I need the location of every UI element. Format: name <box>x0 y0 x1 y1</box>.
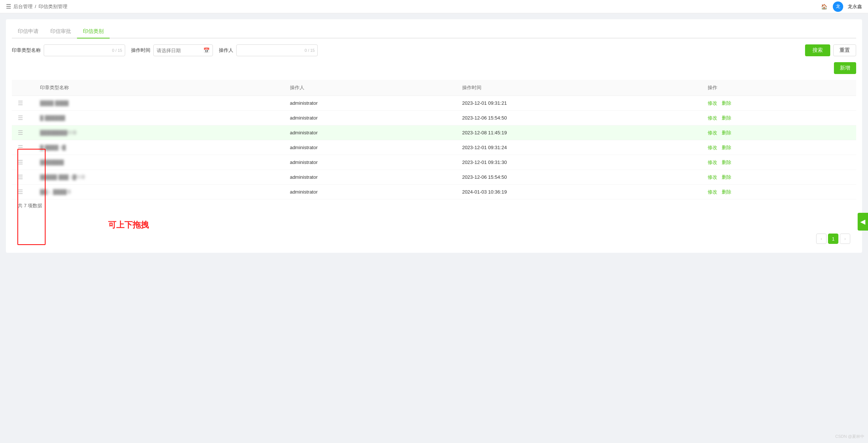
name-char-count: 0 / 15 <box>112 48 122 53</box>
add-btn-row: 新增 <box>12 62 856 77</box>
row-name: █████ ███ 1█印章 <box>34 170 284 185</box>
date-input[interactable] <box>157 48 201 53</box>
drag-handle-cell: ☰ <box>12 125 34 140</box>
edit-button[interactable]: 修改 <box>708 100 717 106</box>
drag-handle-cell: ☰ <box>12 170 34 185</box>
label-type-name: 印章类型名称 <box>12 47 41 54</box>
drag-handle-icon[interactable]: ☰ <box>18 130 23 136</box>
edit-button[interactable]: 修改 <box>708 115 717 121</box>
edit-button[interactable]: 修改 <box>708 145 717 150</box>
table-head: 印章类型名称 操作人 操作时间 操作 <box>12 80 856 96</box>
col-operator: 操作人 <box>284 80 456 96</box>
total-count: 共 7 项数据 <box>18 203 42 208</box>
drag-handle-cell: ☰ <box>12 185 34 199</box>
drag-hint: 可上下拖拽 <box>108 219 856 231</box>
row-actions: 修改删除 <box>702 155 856 170</box>
table-body: ☰████ ████administrator2023-12-01 09:31:… <box>12 96 856 199</box>
table-row: ☰█ ████ 3█administrator2023-12-01 09:31:… <box>12 140 856 155</box>
row-time: 2024-01-03 10:36:19 <box>456 185 702 199</box>
edit-button[interactable]: 修改 <box>708 189 717 195</box>
delete-button[interactable]: 删除 <box>722 100 731 106</box>
page-1-btn[interactable]: 1 <box>828 234 838 244</box>
search-field-time: 操作时间 📅 <box>131 44 213 56</box>
table-footer: 共 7 项数据 <box>12 199 856 212</box>
table-row: ☰█████ ███ 1█印章administrator2023-12-06 1… <box>12 170 856 185</box>
col-time: 操作时间 <box>456 80 702 96</box>
delete-button[interactable]: 删除 <box>722 174 731 180</box>
user-name[interactable]: 龙永鑫 <box>848 3 862 10</box>
delete-button[interactable]: 删除 <box>722 130 731 135</box>
home-icon[interactable]: 🏠 <box>819 2 828 11</box>
data-table: 印章类型名称 操作人 操作时间 操作 ☰████ ████administrat… <box>12 80 856 199</box>
pagination: ‹ 1 › <box>12 231 856 247</box>
tab-yinshen-approve[interactable]: 印信审批 <box>44 25 77 38</box>
calendar-icon: 📅 <box>203 47 210 53</box>
tab-yinshen-category[interactable]: 印信类别 <box>77 25 110 38</box>
row-operator: administrator <box>284 155 456 170</box>
drag-handle-icon[interactable]: ☰ <box>18 115 23 121</box>
drag-handle-icon[interactable]: ☰ <box>18 159 23 165</box>
table-row: ☰█ ██████administrator2023-12-06 15:54:5… <box>12 111 856 125</box>
drag-handle-icon[interactable]: ☰ <box>18 144 23 151</box>
name-input-wrap: 0 / 15 <box>44 44 125 56</box>
tabs: 印信申请 印信审批 印信类别 <box>12 25 856 38</box>
delete-button[interactable]: 删除 <box>722 145 731 150</box>
delete-button[interactable]: 删除 <box>722 189 731 195</box>
drag-handle-icon[interactable]: ☰ <box>18 100 23 106</box>
delete-button[interactable]: 删除 <box>722 115 731 121</box>
next-page-btn[interactable]: › <box>840 234 850 244</box>
prev-page-btn[interactable]: ‹ <box>816 234 827 244</box>
edit-button[interactable]: 修改 <box>708 174 717 180</box>
table-container: 印章类型名称 操作人 操作时间 操作 ☰████ ████administrat… <box>12 80 856 231</box>
breadcrumb-current: 印信类别管理 <box>39 3 67 10</box>
avatar[interactable]: 龙 <box>833 1 843 12</box>
row-actions: 修改删除 <box>702 140 856 155</box>
row-operator: administrator <box>284 111 456 125</box>
operator-input-wrap: 0 / 15 <box>236 44 318 56</box>
date-picker[interactable]: 📅 <box>153 44 213 56</box>
tab-yinshen-apply[interactable]: 印信申请 <box>12 25 44 38</box>
operator-char-count: 0 / 15 <box>304 48 315 53</box>
edit-button[interactable]: 修改 <box>708 130 717 135</box>
drag-handle-icon[interactable]: ☰ <box>18 174 23 180</box>
table-row: ☰████ ████administrator2023-12-01 09:31:… <box>12 96 856 111</box>
row-time: 2023-12-08 11:45:19 <box>456 125 702 140</box>
drag-handle-cell: ☰ <box>12 96 34 111</box>
row-actions: 修改删除 <box>702 111 856 125</box>
row-time: 2023-12-06 15:54:50 <box>456 170 702 185</box>
top-bar-right: 🏠 龙 龙永鑫 <box>819 1 862 12</box>
drag-handle-icon[interactable]: ☰ <box>18 189 23 195</box>
row-time: 2023-12-01 09:31:30 <box>456 155 702 170</box>
table-wrap: 印章类型名称 操作人 操作时间 操作 ☰████ ████administrat… <box>12 80 856 199</box>
top-bar: ☰ 后台管理 / 印信类别管理 🏠 龙 龙永鑫 <box>0 0 868 13</box>
table-row: ☰███████administrator2023-12-01 09:31:30… <box>12 155 856 170</box>
row-name: ███████ <box>34 155 284 170</box>
row-time: 2023-12-06 15:54:50 <box>456 111 702 125</box>
row-name: █ ████ 3█ <box>34 140 284 155</box>
breadcrumb-separator: / <box>35 4 36 9</box>
label-operator: 操作人 <box>219 47 233 54</box>
row-actions: 修改删除 <box>702 170 856 185</box>
label-operation-time: 操作时间 <box>131 47 150 54</box>
col-action: 操作 <box>702 80 856 96</box>
add-button[interactable]: 新增 <box>834 62 856 74</box>
row-operator: administrator <box>284 96 456 111</box>
col-name: 印章类型名称 <box>34 80 284 96</box>
edit-button[interactable]: 修改 <box>708 160 717 165</box>
row-name: █ ██████ <box>34 111 284 125</box>
search-bar: 印章类型名称 0 / 15 操作时间 📅 操作人 0 / 15 <box>12 44 856 56</box>
col-drag <box>12 80 34 96</box>
table-row: ☰██人 ████章administrator2024-01-03 10:36:… <box>12 185 856 199</box>
drag-handle-cell: ☰ <box>12 111 34 125</box>
table-row: ☰████████印章administrator2023-12-08 11:45… <box>12 125 856 140</box>
search-field-operator: 操作人 0 / 15 <box>219 44 318 56</box>
search-button[interactable]: 搜索 <box>805 44 830 56</box>
row-operator: administrator <box>284 170 456 185</box>
breadcrumb-admin: 后台管理 <box>13 3 33 10</box>
float-side-btn[interactable]: ◀ <box>858 213 868 231</box>
row-operator: administrator <box>284 140 456 155</box>
search-buttons: 搜索 重置 <box>805 44 856 56</box>
reset-button[interactable]: 重置 <box>833 44 856 56</box>
main-content: 印信申请 印信审批 印信类别 印章类型名称 0 / 15 操作时间 📅 <box>0 13 868 259</box>
delete-button[interactable]: 删除 <box>722 160 731 165</box>
